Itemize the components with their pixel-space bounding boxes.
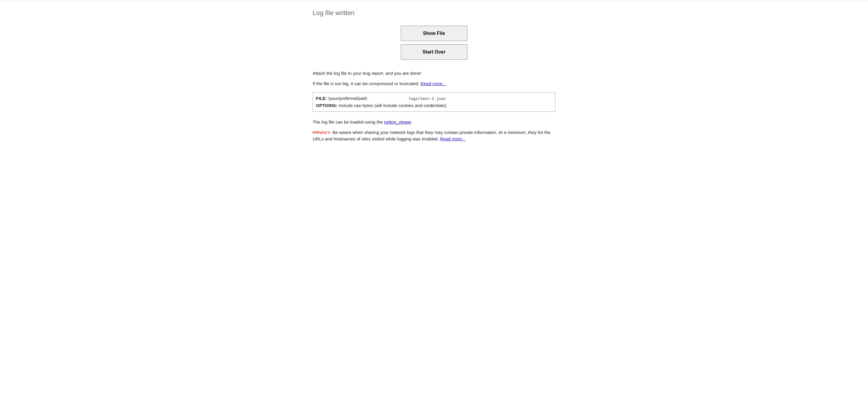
button-group: Show File Start Over bbox=[313, 26, 555, 60]
privacy-read-more-link[interactable]: Read more... bbox=[440, 136, 466, 141]
viewer-prefix: The log file can be loaded using the bbox=[313, 119, 384, 125]
privacy-notice: PRIVACY: Be aware when sharing your netw… bbox=[313, 129, 555, 142]
main-container: Log file written Show File Start Over At… bbox=[313, 0, 555, 152]
viewer-instruction: The log file can be loaded using the net… bbox=[313, 119, 555, 126]
netlog-viewer-link[interactable]: netlog_viewer bbox=[384, 119, 411, 125]
options-value: Include raw bytes (will include cookies … bbox=[339, 102, 446, 109]
show-file-button[interactable]: Show File bbox=[401, 26, 467, 41]
attach-instruction: Attach the log file to your bug report, … bbox=[313, 70, 555, 77]
page-title: Log file written bbox=[313, 9, 555, 17]
privacy-body: : Be aware when sharing your network log… bbox=[313, 130, 550, 142]
options-label: OPTIONS: bbox=[316, 102, 338, 109]
compress-instruction: If the file is too big, it can be compre… bbox=[313, 80, 555, 87]
options-row: OPTIONS: Include raw bytes (will include… bbox=[316, 102, 552, 109]
read-more-link[interactable]: Read more... bbox=[421, 81, 446, 86]
viewer-suffix: . bbox=[411, 119, 412, 125]
start-over-button[interactable]: Start Over bbox=[401, 44, 467, 60]
file-path: /your/preferred/path bbox=[328, 95, 367, 102]
file-row: FILE: /your/preferred/path logs/test-2.j… bbox=[316, 95, 552, 102]
file-name: logs/test-2.json bbox=[408, 96, 445, 102]
too-big-text: If the file is too big, it can be compre… bbox=[313, 81, 421, 86]
file-info-box: FILE: /your/preferred/path logs/test-2.j… bbox=[313, 92, 555, 112]
file-label: FILE: bbox=[316, 95, 327, 102]
privacy-label: PRIVACY bbox=[313, 130, 330, 135]
